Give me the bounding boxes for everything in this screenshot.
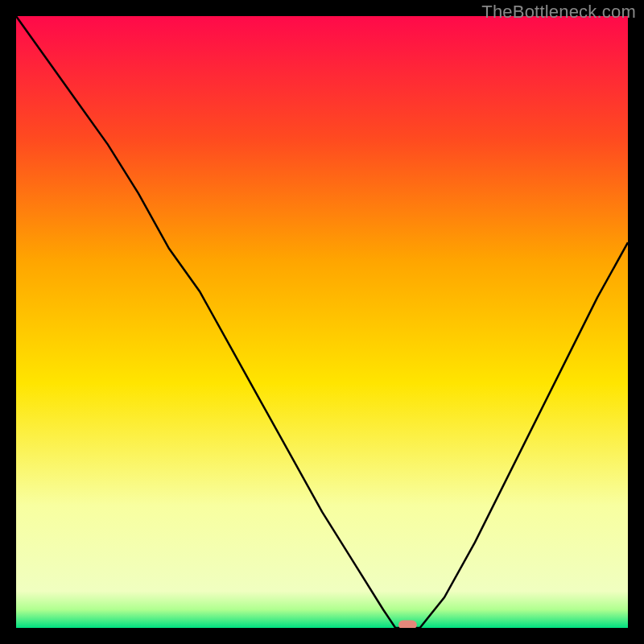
watermark-text: TheBottleneck.com <box>481 2 636 23</box>
chart-svg <box>16 16 628 628</box>
plot-area <box>16 16 628 628</box>
chart-background <box>16 16 628 628</box>
chart-container: TheBottleneck.com <box>0 0 644 644</box>
optimal-marker <box>398 621 417 629</box>
